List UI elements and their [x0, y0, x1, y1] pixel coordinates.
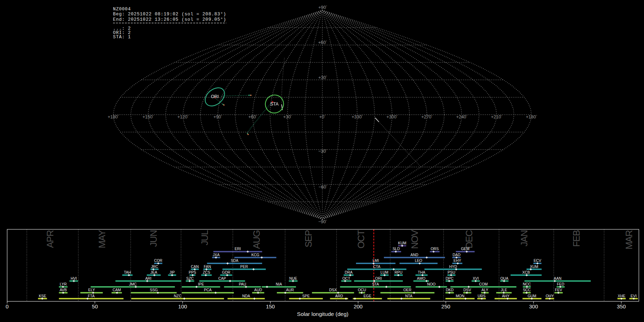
svg-text:50: 50: [92, 303, 98, 309]
svg-text:CTA: CTA: [373, 265, 380, 269]
svg-text:350: 350: [617, 303, 626, 309]
svg-text:COR: COR: [154, 259, 163, 263]
svg-text:KUM: KUM: [398, 241, 406, 245]
svg-text:AAN: AAN: [554, 277, 561, 280]
svg-text:NIA: NIA: [276, 282, 282, 286]
svg-text:SEP: SEP: [303, 230, 314, 248]
svg-text:XVI: XVI: [473, 277, 479, 280]
svg-text:LYR: LYR: [60, 282, 67, 286]
svg-text:ARI: ARI: [145, 277, 151, 280]
svg-text:LMI: LMI: [373, 259, 379, 263]
svg-text:PER: PER: [240, 265, 248, 269]
svg-text:+120°: +120°: [177, 114, 189, 119]
svg-text:250: 250: [441, 303, 450, 309]
svg-text:End: 20251022 13:26:05 (sol =: End: 20251022 13:26:05 (sol = 209.05°): [113, 17, 226, 22]
svg-text:JXA: JXA: [213, 253, 220, 257]
svg-text:ORI: ORI: [375, 277, 382, 280]
svg-text:FEV: FEV: [555, 288, 562, 292]
svg-text:QUA: QUA: [500, 277, 508, 280]
svg-text:FED: FED: [557, 282, 564, 286]
svg-text:+90°: +90°: [318, 5, 327, 10]
svg-text:ORS: ORS: [431, 247, 439, 251]
svg-text:JIP: JIP: [169, 270, 175, 274]
svg-text:MON: MON: [456, 294, 464, 298]
svg-text:NOV: NOV: [409, 230, 420, 249]
svg-text:URS: URS: [478, 294, 486, 298]
svg-text:ERI: ERI: [235, 247, 241, 251]
svg-text:KCG: KCG: [251, 253, 259, 257]
svg-text:EGE: EGE: [364, 294, 371, 298]
svg-text:FAN: FAN: [204, 265, 211, 269]
svg-text:SDA: SDA: [231, 259, 238, 263]
svg-text:FEB: FEB: [571, 230, 582, 247]
svg-text:OCU: OCU: [358, 288, 366, 292]
svg-text:SCC: SCC: [523, 288, 531, 292]
svg-text:AHY: AHY: [502, 294, 509, 298]
svg-text:KSE: KSE: [39, 294, 46, 298]
svg-text:0: 0: [6, 303, 9, 309]
svg-text:THA: THA: [418, 270, 425, 274]
svg-text:STA: STA: [270, 102, 279, 107]
svg-text:+180°: +180°: [526, 114, 537, 119]
svg-text:CAP: CAP: [218, 277, 226, 280]
svg-text:CAN: CAN: [191, 265, 199, 269]
svg-text:+60°: +60°: [248, 114, 257, 119]
svg-text:AUG: AUG: [251, 230, 262, 249]
svg-text:ARD: ARD: [335, 294, 343, 298]
svg-text:XUM: XUM: [530, 265, 538, 269]
svg-text:DAD: DAD: [453, 253, 460, 257]
svg-text:LUM: LUM: [380, 270, 388, 274]
svg-text:JRC: JRC: [151, 265, 158, 269]
svg-text:MAR: MAR: [624, 230, 634, 249]
svg-text:DRA: DRA: [345, 270, 352, 274]
svg-text:JMC: JMC: [129, 282, 137, 286]
svg-text:NOO: NOO: [427, 282, 436, 286]
svg-text:+60°: +60°: [318, 40, 327, 45]
svg-text:ELY: ELY: [88, 288, 95, 292]
svg-text:NZ0004: NZ0004: [113, 7, 131, 12]
svg-text:PAU: PAU: [239, 282, 246, 286]
svg-text:+30°: +30°: [283, 114, 292, 119]
svg-text:JAN: JAN: [519, 230, 530, 247]
svg-text:MAY: MAY: [97, 230, 107, 248]
svg-text:+270°: +270°: [421, 114, 433, 119]
svg-text:NUE: NUE: [289, 277, 297, 280]
svg-text:IPE: IPE: [198, 282, 204, 286]
svg-text:NCC: NCC: [523, 282, 531, 286]
svg-text:−30°: −30°: [318, 149, 327, 154]
svg-text:100: 100: [178, 303, 187, 309]
svg-text:GDR: GDR: [222, 270, 231, 274]
svg-text:−60°: −60°: [318, 185, 327, 190]
svg-text:+180°: +180°: [108, 114, 119, 119]
svg-text:SPE: SPE: [302, 294, 310, 298]
svg-text:DKD: DKD: [446, 288, 454, 292]
svg-text:−90°: −90°: [318, 219, 327, 224]
svg-text:CAM: CAM: [113, 288, 121, 292]
svg-text:AND: AND: [410, 253, 418, 257]
svg-text:ALY: ALY: [482, 288, 488, 292]
svg-text:COM: COM: [479, 282, 488, 286]
svg-text:+150°: +150°: [142, 114, 153, 119]
svg-text:HVI: HVI: [70, 277, 77, 280]
svg-text:Beg: 20251022 08:19:02 (sol =: Beg: 20251022 08:19:02 (sol = 208.83°): [113, 12, 226, 17]
svg-text:XCB: XCB: [522, 270, 530, 274]
svg-text:AUD: AUD: [254, 288, 262, 292]
svg-text:STA: STA: [372, 282, 379, 286]
svg-text:200: 200: [353, 303, 362, 309]
svg-text:AVB: AVB: [60, 288, 67, 292]
svg-text:+330°: +330°: [352, 114, 363, 119]
svg-text:+90°: +90°: [214, 114, 222, 119]
svg-text:JUN: JUN: [148, 230, 159, 247]
svg-text:+30°: +30°: [318, 75, 327, 80]
svg-text:NTA: NTA: [405, 294, 413, 298]
svg-text:GUM: GUM: [528, 294, 536, 298]
svg-text:RPU: RPU: [395, 270, 402, 274]
svg-text:SLD: SLD: [392, 247, 400, 251]
svg-text:OHY: OHY: [546, 294, 554, 298]
svg-text:300: 300: [529, 303, 538, 309]
svg-text:AUR: AUR: [286, 288, 294, 292]
svg-text:XHE: XHE: [618, 294, 625, 298]
svg-text:NZC: NZC: [174, 294, 182, 298]
svg-text:PSU: PSU: [448, 270, 455, 274]
svg-text:FTA: FTA: [88, 294, 94, 298]
